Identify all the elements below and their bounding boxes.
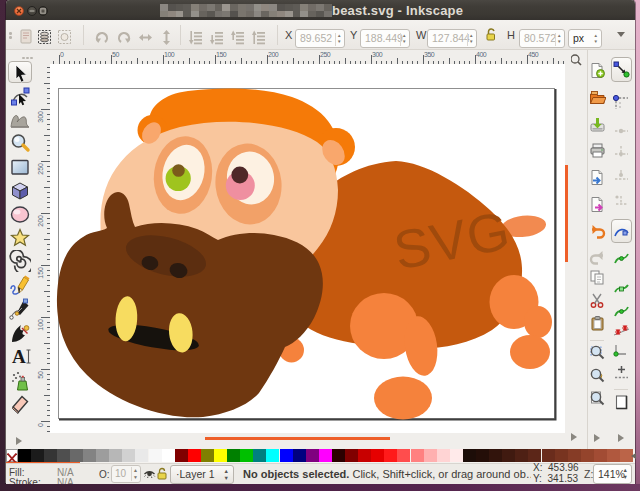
svg-text:A: A: [12, 346, 26, 367]
